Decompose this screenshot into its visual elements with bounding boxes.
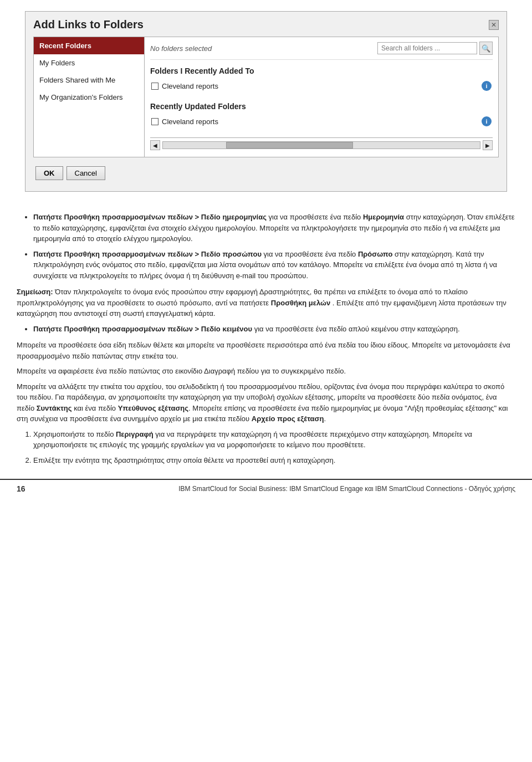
footer-text: IBM SmartCloud for Social Business: IBM … (178, 485, 515, 493)
list-item: Πατήστε Προσθήκη προσαρμοσμένων πεδίων >… (33, 324, 515, 335)
folder-checkbox-2[interactable] (151, 118, 158, 125)
sidebar-item-shared-folders[interactable]: Folders Shared with Me (34, 71, 144, 89)
regular-text: Επιλέξτε την ενότητα της δραστηριότητας … (33, 456, 335, 464)
scrollbar-track[interactable] (162, 141, 480, 149)
ok-button[interactable]: OK (35, 166, 63, 180)
recently-added-header: Folders I Recently Added To (150, 67, 493, 75)
no-folders-label: No folders selected (150, 44, 212, 53)
folder-name-2: Cleveland reports (162, 117, 218, 126)
search-input[interactable] (377, 42, 477, 54)
dialog-title-bar: Add Links to Folders ✕ (33, 18, 499, 31)
bullet-list-1: Πατήστε Προσθήκη προσαρμοσμένων πεδίων >… (17, 212, 515, 281)
sidebar-item-org-folders[interactable]: My Organization's Folders (34, 89, 144, 106)
bold-text: Πατήστε Προσθήκη προσαρμοσμένων πεδίων >… (33, 213, 267, 221)
list-item: Επιλέξτε την ενότητα της δραστηριότητας … (33, 455, 515, 466)
list-item: Χρησιμοποιήστε το πεδίο Περιγραφή για να… (33, 429, 515, 451)
para-2: Μπορείτε να αφαιρέσετε ένα πεδίο πατώντα… (17, 366, 515, 377)
bold-text: Πρόσωπο (358, 250, 392, 258)
folder-item-left-2: Cleveland reports (151, 117, 218, 126)
list-item: Πατήστε Προσθήκη προσαρμοσμένων πεδίων >… (33, 249, 515, 282)
list-item: Πατήστε Προσθήκη προσαρμοσμένων πεδίων >… (33, 212, 515, 244)
dialog-body: Recent Folders My Folders Folders Shared… (33, 37, 499, 157)
folder-item: Cleveland reports i (150, 79, 493, 93)
top-row: No folders selected 🔍 (150, 42, 493, 60)
regular-text: για να προσθέσετε ένα πεδίο (264, 250, 358, 258)
regular-text: για να προσθέσετε ένα πεδίο (269, 213, 363, 221)
folder-item-2: Cleveland reports i (150, 114, 493, 129)
para-1: Μπορείτε να προσθέσετε όσα είδη πεδίων θ… (17, 340, 515, 361)
scroll-right-button[interactable]: ▶ (483, 140, 493, 150)
folder-info-icon-2[interactable]: i (482, 116, 492, 126)
numbered-list: Χρησιμοποιήστε το πεδίο Περιγραφή για να… (17, 429, 515, 466)
page-number: 16 (17, 484, 25, 493)
left-panel: Recent Folders My Folders Folders Shared… (34, 37, 145, 157)
add-links-dialog: Add Links to Folders ✕ Recent Folders My… (25, 11, 507, 192)
dialog-footer: OK Cancel (33, 163, 499, 183)
page-footer: 16 IBM SmartCloud for Social Business: I… (0, 479, 532, 498)
bold-text: Προσθήκη μελών (271, 299, 330, 307)
bold-text: Ημερομηνία (363, 213, 404, 221)
note-paragraph: Σημείωση: Όταν πληκτρολογείτε το όνομα ε… (17, 287, 515, 319)
scrollbar-thumb[interactable] (226, 142, 353, 149)
folder-name-1: Cleveland reports (162, 82, 218, 90)
bold-text: Πατήστε Προσθήκη προσαρμοσμένων πεδίων >… (33, 250, 262, 258)
folder-checkbox-1[interactable] (151, 83, 158, 90)
folder-item-left: Cleveland reports (151, 82, 218, 90)
sidebar-item-recent-folders[interactable]: Recent Folders (34, 37, 144, 54)
cancel-button[interactable]: Cancel (66, 166, 105, 180)
scroll-area: ◀ ▶ (150, 137, 493, 152)
folder-info-icon-1[interactable]: i (482, 81, 492, 91)
main-content: Πατήστε Προσθήκη προσαρμοσμένων πεδίων >… (0, 203, 532, 479)
bullet-list-2: Πατήστε Προσθήκη προσαρμοσμένων πεδίων >… (17, 324, 515, 335)
scroll-left-button[interactable]: ◀ (150, 140, 160, 150)
note-label: Σημείωση: (17, 288, 53, 296)
regular-text: Χρησιμοποιήστε το πεδίο (33, 430, 116, 438)
search-button[interactable]: 🔍 (479, 42, 493, 55)
dialog-title: Add Links to Folders (33, 18, 144, 31)
regular-text: για να προσθέσετε ένα πεδίο απλού κειμέν… (254, 325, 460, 333)
recently-updated-header: Recently Updated Folders (150, 102, 493, 111)
close-button[interactable]: ✕ (489, 20, 499, 30)
sidebar-item-my-folders[interactable]: My Folders (34, 54, 144, 71)
search-area: 🔍 (377, 42, 493, 55)
para-3: Μπορείτε να αλλάξετε την ετικέτα του αρχ… (17, 381, 515, 425)
recently-added-section: Folders I Recently Added To Cleveland re… (150, 67, 493, 93)
bold-text: Περιγραφή (116, 430, 154, 438)
right-panel: No folders selected 🔍 Folders I Recently… (145, 37, 498, 157)
recently-updated-section: Recently Updated Folders Cleveland repor… (150, 102, 493, 129)
bold-text: Πατήστε Προσθήκη προσαρμοσμένων πεδίων >… (33, 325, 252, 333)
